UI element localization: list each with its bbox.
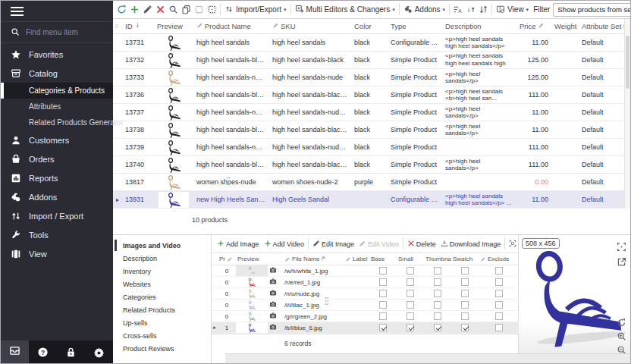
checkbox[interactable]: [379, 301, 387, 309]
sidebar-item-categories-products[interactable]: Categories & Products: [1, 83, 113, 99]
column-header-label[interactable]: Label: [344, 256, 369, 262]
sidebar-item-orders[interactable]: Orders: [1, 149, 113, 168]
sidebar-item-catalog[interactable]: Catalog: [1, 64, 113, 83]
add-video-button[interactable]: Add Video: [262, 238, 306, 250]
text-move-icon[interactable]: t: [464, 3, 477, 16]
vertical-scrollbar[interactable]: [624, 19, 630, 209]
tab-up-sells[interactable]: Up-sells: [113, 316, 211, 329]
menu-search-input[interactable]: [26, 28, 102, 36]
search-button[interactable]: [167, 3, 180, 16]
column-header-thumbna[interactable]: Thumbna: [424, 256, 451, 262]
column-header-small[interactable]: Small: [397, 256, 424, 262]
checkbox[interactable]: [407, 267, 414, 275]
product-row-13737[interactable]: 13737 high heel sandals-nude-36high heel…: [113, 104, 626, 121]
import-export-menu[interactable]: Import/Export▾: [222, 3, 289, 17]
column-header-type[interactable]: Type: [388, 22, 442, 30]
checkbox[interactable]: [379, 267, 387, 275]
product-row-13731[interactable]: 13731 high heel sandalshigh heel sandals…: [113, 34, 626, 52]
checkbox[interactable]: [495, 312, 503, 320]
sidebar-item-related-products-generator[interactable]: Related Products Generator: [1, 115, 113, 130]
multi-editors-changers-menu[interactable]: Multi Editors & Changers▾: [293, 3, 397, 17]
column-header-color[interactable]: Color: [351, 22, 388, 30]
checkbox[interactable]: [434, 312, 441, 320]
column-header-exclude[interactable]: Exclude: [479, 256, 519, 262]
checkbox[interactable]: [434, 267, 441, 275]
tab-cross-sells[interactable]: Cross-sells: [113, 329, 211, 342]
tab-related-products[interactable]: Related Products: [113, 303, 211, 316]
image-row-g-r-green-2-jpg[interactable]: 0 /g/r/green_2.jpg: [212, 311, 519, 322]
edit-image-button[interactable]: Edit Image: [310, 238, 356, 250]
column-header-price[interactable]: Price: [516, 22, 551, 30]
sidebar-item-attributes[interactable]: Attributes: [1, 99, 113, 115]
column-header-id[interactable]: ID: [122, 22, 154, 30]
product-row-13732[interactable]: 13732 high heel sandals-blackhigh heel s…: [113, 52, 626, 69]
checkbox[interactable]: [461, 267, 469, 275]
swap-icon[interactable]: [477, 3, 490, 16]
category-filter-select[interactable]: Show products from selected categories ▾: [553, 3, 631, 17]
product-row-13733[interactable]: 13733 high heel sandals-nudehigh heel sa…: [113, 69, 626, 86]
column-header-preview[interactable]: Preview: [154, 22, 193, 30]
sidebar-item-customers[interactable]: Customers: [1, 130, 113, 149]
fit-screen-icon[interactable]: [617, 241, 626, 251]
checkbox[interactable]: [461, 301, 469, 309]
splitter-grip[interactable]: [325, 295, 328, 307]
checkbox[interactable]: [379, 290, 387, 297]
refresh-button[interactable]: [115, 3, 128, 16]
delete-product-button[interactable]: [154, 3, 167, 16]
edit-product-button[interactable]: [141, 3, 154, 16]
sort-az-icon[interactable]: A: [451, 3, 464, 16]
view-menu[interactable]: View ▾: [494, 3, 531, 17]
column-header-pr[interactable]: Pr: [218, 256, 236, 262]
checkbox[interactable]: [495, 290, 503, 297]
checkbox[interactable]: [434, 278, 441, 286]
product-row-13931[interactable]: ▸13931 new High Heels SandalsHigh Geels …: [113, 191, 626, 209]
column-header-description[interactable]: Description: [442, 22, 516, 30]
select-button[interactable]: [193, 3, 206, 16]
paste-button[interactable]: [206, 3, 218, 16]
help-icon[interactable]: ?: [29, 347, 57, 358]
scrollbar-thumb[interactable]: [626, 36, 629, 89]
sidebar-item-addons[interactable]: Addons: [1, 187, 113, 206]
image-row-n-u-nude-jpg[interactable]: 0 /n/u/nude.jpg: [212, 288, 519, 300]
checkbox[interactable]: [461, 324, 469, 331]
column-header-attribute-set-name[interactable]: Attribute Set Name: [579, 22, 626, 30]
copy-button[interactable]: [180, 3, 193, 16]
checkbox[interactable]: [407, 278, 414, 286]
product-row-13738[interactable]: 13738 high heel sandals-black-37high hee…: [113, 121, 626, 139]
product-row-13740[interactable]: 13740 high heel sandals-black-38high hee…: [113, 156, 626, 174]
download-image-button[interactable]: Download Image: [438, 238, 504, 250]
checkbox[interactable]: [434, 324, 441, 331]
image-row-l-i-lilac-1-jpg[interactable]: 0 /l/i/lilac_1.jpg: [212, 300, 519, 311]
checkbox[interactable]: [407, 312, 414, 320]
menu-button[interactable]: [1, 1, 113, 22]
checkbox[interactable]: [379, 312, 387, 320]
edit-video-button[interactable]: Edit Video: [356, 238, 401, 250]
open-external-icon[interactable]: [617, 256, 626, 266]
column-header-weight[interactable]: Weight: [551, 22, 579, 30]
column-header-sku[interactable]: SKU: [269, 22, 351, 30]
product-row-13739[interactable]: 13739 high heel sandals-nude-37high heel…: [113, 139, 626, 156]
checkbox[interactable]: [461, 290, 469, 297]
add-image-button[interactable]: Add Image: [215, 238, 262, 250]
checkbox[interactable]: [379, 278, 387, 286]
checkbox[interactable]: [461, 278, 469, 286]
sidebar-item-view[interactable]: View: [1, 244, 113, 263]
image-row-b-l-blue-6-jpg[interactable]: ▸1 /b/l/blue_6.jpg: [212, 322, 519, 334]
checkbox[interactable]: [407, 324, 414, 331]
lock-icon[interactable]: [57, 347, 85, 358]
column-header-product-name[interactable]: Product Name: [193, 22, 269, 30]
image-row-r-e-red-1-jpg[interactable]: 0 /r/e/red_1.jpg: [212, 277, 519, 288]
add-product-button[interactable]: [128, 3, 141, 16]
gear-icon[interactable]: [85, 347, 113, 358]
sidebar-item-favorites[interactable]: Favorites: [1, 45, 113, 64]
image-row-w-h-white-1-jpg[interactable]: 0 /w/h/white_1.jpg: [212, 265, 519, 277]
checkbox[interactable]: [407, 290, 414, 297]
sidebar-item-tools[interactable]: Tools: [1, 225, 113, 244]
column-header-swatch[interactable]: Swatch: [451, 256, 479, 262]
checkbox[interactable]: [461, 312, 469, 320]
sidebar-item-reports[interactable]: Reports: [1, 168, 113, 187]
column-header-preview[interactable]: Preview: [236, 256, 268, 262]
column-header-file-name[interactable]: File Name: [283, 256, 344, 263]
tab-categories[interactable]: Categories: [113, 290, 211, 303]
tab-product-reviews[interactable]: Product Reviews: [113, 342, 211, 355]
